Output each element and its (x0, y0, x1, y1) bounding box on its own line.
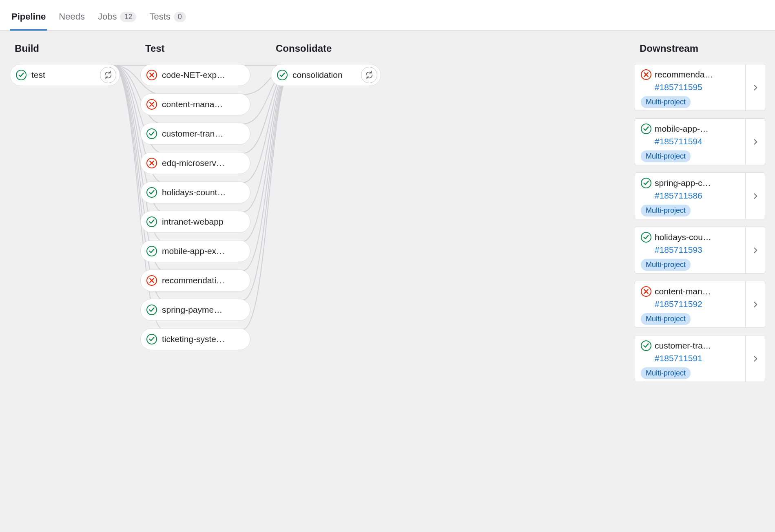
downstream-main[interactable]: spring-app-c…#185711586Multi-project (635, 173, 745, 219)
job-pill[interactable]: holidays-count… (140, 181, 250, 203)
pipeline-link[interactable]: #185711593 (655, 245, 740, 255)
downstream-main[interactable]: content-man…#185711592Multi-project (635, 281, 745, 327)
downstream-card: recommenda…#185711595Multi-project (635, 64, 765, 111)
stage-build: Build test (10, 43, 140, 389)
pipeline-link[interactable]: #185711595 (655, 82, 740, 92)
tests-count-badge: 0 (174, 12, 186, 22)
tabs-bar: Pipeline Needs Jobs12 Tests0 (0, 0, 775, 31)
job-test[interactable]: test (10, 64, 120, 86)
tab-tests[interactable]: Tests0 (148, 7, 187, 31)
downstream-main[interactable]: customer-tra…#185711591Multi-project (635, 336, 745, 382)
downstream-name: recommenda… (655, 70, 740, 79)
job-pill[interactable]: code-NET-exp… (140, 64, 250, 86)
stage-title: Test (140, 43, 250, 54)
stage-title: Build (10, 43, 120, 54)
job-label: intranet-webapp (162, 217, 245, 227)
status-passed-icon (146, 128, 157, 139)
multi-project-badge: Multi-project (641, 96, 691, 108)
status-passed-icon (146, 216, 157, 227)
multi-project-badge: Multi-project (641, 150, 691, 162)
stage-downstream: Downstream recommenda…#185711595Multi-pr… (618, 43, 765, 389)
job-label: ticketing-syste… (162, 334, 245, 344)
status-passed-icon (277, 70, 288, 80)
job-label: spring-payme… (162, 305, 245, 315)
status-passed-icon (146, 334, 157, 344)
job-consolidation[interactable]: consolidation (271, 64, 381, 86)
job-pill[interactable]: recommendati… (140, 269, 250, 291)
stage-title: Consolidate (271, 43, 381, 54)
status-failed-icon (641, 69, 651, 80)
status-passed-icon (641, 340, 651, 351)
downstream-card: content-man…#185711592Multi-project (635, 281, 765, 328)
job-label: customer-tran… (162, 129, 245, 139)
downstream-card: customer-tra…#185711591Multi-project (635, 335, 765, 382)
tab-label: Needs (59, 11, 85, 22)
multi-project-badge: Multi-project (641, 205, 691, 216)
status-failed-icon (146, 99, 157, 110)
expand-button[interactable] (745, 173, 765, 219)
downstream-name: spring-app-c… (655, 178, 740, 188)
pipeline-link[interactable]: #185711592 (655, 299, 740, 309)
job-pill[interactable]: spring-payme… (140, 299, 250, 321)
tab-jobs[interactable]: Jobs12 (96, 7, 138, 31)
retry-button[interactable] (100, 67, 116, 83)
stage-test: Test code-NET-exp…content-mana…customer-… (140, 43, 271, 389)
job-label: code-NET-exp… (162, 70, 245, 80)
status-failed-icon (146, 158, 157, 168)
retry-button[interactable] (361, 67, 377, 83)
status-failed-icon (146, 70, 157, 80)
expand-button[interactable] (745, 64, 765, 110)
status-failed-icon (641, 286, 651, 297)
multi-project-badge: Multi-project (641, 367, 691, 379)
expand-button[interactable] (745, 119, 765, 165)
job-pill[interactable]: customer-tran… (140, 123, 250, 145)
downstream-main[interactable]: mobile-app-…#185711594Multi-project (635, 119, 745, 165)
job-label: content-mana… (162, 99, 245, 109)
expand-button[interactable] (745, 227, 765, 273)
tab-label: Jobs (98, 11, 117, 22)
pipeline-link[interactable]: #185711586 (655, 191, 740, 201)
tab-label: Tests (149, 11, 170, 22)
status-passed-icon (146, 305, 157, 315)
job-label: mobile-app-ex… (162, 246, 245, 256)
downstream-card: holidays-cou…#185711593Multi-project (635, 227, 765, 274)
downstream-main[interactable]: recommenda…#185711595Multi-project (635, 64, 745, 110)
job-pill[interactable]: ticketing-syste… (140, 328, 250, 350)
status-passed-icon (16, 70, 27, 80)
job-label: edq-microserv… (162, 158, 245, 168)
job-pill[interactable]: content-mana… (140, 93, 250, 115)
downstream-name: content-man… (655, 287, 740, 296)
status-passed-icon (641, 124, 651, 134)
downstream-name: customer-tra… (655, 341, 740, 351)
status-failed-icon (146, 275, 157, 286)
stage-title: Downstream (635, 43, 765, 54)
job-label: consolidation (292, 70, 357, 80)
expand-button[interactable] (745, 336, 765, 382)
downstream-name: mobile-app-… (655, 124, 740, 134)
downstream-name: holidays-cou… (655, 232, 740, 242)
pipeline-link[interactable]: #185711591 (655, 353, 740, 363)
job-label: test (31, 70, 96, 80)
stage-consolidate: Consolidate consolidation (271, 43, 401, 389)
downstream-card: mobile-app-…#185711594Multi-project (635, 118, 765, 165)
downstream-card: spring-app-c…#185711586Multi-project (635, 172, 765, 219)
tab-label: Pipeline (11, 11, 46, 22)
job-label: recommendati… (162, 276, 245, 285)
pipeline-link[interactable]: #185711594 (655, 137, 740, 146)
job-pill[interactable]: mobile-app-ex… (140, 240, 250, 262)
status-passed-icon (641, 232, 651, 243)
jobs-count-badge: 12 (120, 12, 136, 22)
job-label: holidays-count… (162, 188, 245, 197)
tab-pipeline[interactable]: Pipeline (10, 7, 47, 31)
downstream-main[interactable]: holidays-cou…#185711593Multi-project (635, 227, 745, 273)
expand-button[interactable] (745, 281, 765, 327)
multi-project-badge: Multi-project (641, 259, 691, 271)
job-pill[interactable]: intranet-webapp (140, 211, 250, 233)
status-passed-icon (146, 187, 157, 198)
status-passed-icon (641, 178, 651, 188)
multi-project-badge: Multi-project (641, 313, 691, 325)
job-pill[interactable]: edq-microserv… (140, 152, 250, 174)
tab-needs[interactable]: Needs (57, 7, 86, 31)
status-passed-icon (146, 246, 157, 256)
pipeline-graph: Build test Test code-NET-exp…content-man… (0, 31, 775, 406)
